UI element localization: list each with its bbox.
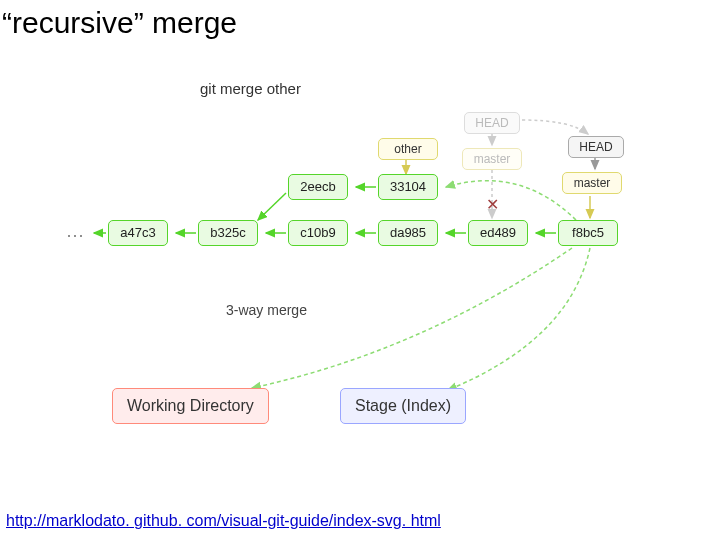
stage-index-box: Stage (Index) — [340, 388, 466, 424]
commit-c10b9: c10b9 — [288, 220, 348, 246]
ellipsis-icon: ⋯ — [66, 224, 84, 246]
deleted-ref-x-icon: ✕ — [486, 195, 499, 214]
commit-f8bc5: f8bc5 — [558, 220, 618, 246]
commit-33104: 33104 — [378, 174, 438, 200]
commit-2eecb: 2eecb — [288, 174, 348, 200]
commit-b325c: b325c — [198, 220, 258, 246]
branch-label-other: other — [378, 138, 438, 160]
head-label-old: HEAD — [464, 112, 520, 134]
commit-da985: da985 — [378, 220, 438, 246]
branch-label-master-new: master — [562, 172, 622, 194]
commit-a47c3: a47c3 — [108, 220, 168, 246]
source-link[interactable]: http://marklodato. github. com/visual-gi… — [6, 512, 441, 530]
head-label-new: HEAD — [568, 136, 624, 158]
merge-caption: 3-way merge — [226, 302, 307, 318]
commit-ed489: ed489 — [468, 220, 528, 246]
svg-line-6 — [258, 193, 286, 220]
branch-label-master-old: master — [462, 148, 522, 170]
working-directory-box: Working Directory — [112, 388, 269, 424]
diagram-arrows — [0, 0, 720, 540]
